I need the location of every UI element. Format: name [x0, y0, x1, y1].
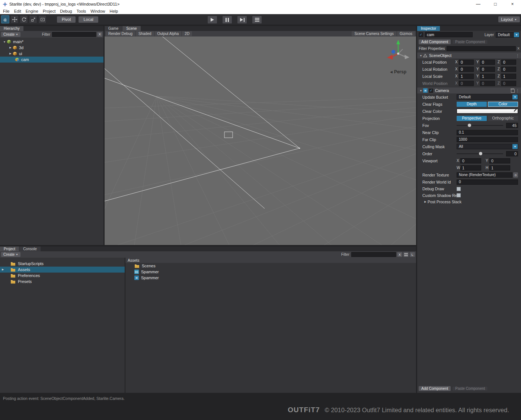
order-slider-thumb[interactable] — [479, 152, 482, 155]
render-world-id-field[interactable]: 0 — [457, 179, 518, 185]
viewport-x-field[interactable]: 0 — [460, 158, 481, 163]
order-value-field[interactable]: 0 — [506, 151, 518, 156]
expand-icon[interactable]: ▶ — [8, 52, 13, 55]
tab-project[interactable]: Project — [0, 246, 19, 251]
gizmos-button[interactable]: Gizmos — [397, 31, 415, 36]
scale-z-field[interactable]: 1 — [501, 74, 516, 79]
sceneobject-section-header[interactable]: ▼ SceneObject ⋮ — [417, 52, 521, 58]
delete-component-icon[interactable] — [511, 89, 514, 93]
object-enabled-checkbox[interactable]: ✓ — [419, 32, 423, 37]
render-texture-field[interactable]: None (RenderTexture) — [457, 172, 512, 178]
collapse-icon[interactable]: ▼ — [2, 41, 7, 43]
camera-section-header[interactable]: ▼ H ✓ Camera ⋮ — [417, 88, 521, 93]
tab-hierarchy[interactable]: Hierarchy — [0, 26, 23, 31]
scene-camera-settings-button[interactable]: Scene Camera Settings — [352, 31, 396, 36]
depth-button[interactable]: Depth — [457, 102, 487, 107]
menu-edit[interactable]: Edit — [12, 8, 23, 14]
fov-slider-thumb[interactable] — [468, 124, 471, 127]
position-z-field[interactable]: 0 — [501, 60, 516, 65]
tab-inspector[interactable]: Inspector — [417, 26, 440, 31]
render-texture-picker-button[interactable]: o — [513, 172, 518, 178]
play-menu-button[interactable] — [252, 16, 262, 24]
scale-x-field[interactable]: 1 — [459, 74, 474, 79]
tree-item-3d[interactable]: ▶ 3d — [0, 45, 103, 51]
near-clip-field[interactable]: 0.1 — [457, 130, 518, 135]
debug-draw-checkbox[interactable] — [457, 187, 461, 191]
asset-spammer-cc[interactable]: CC Spammer — [125, 269, 416, 275]
minimize-button[interactable]: — — [470, 0, 487, 8]
layer-dropdown[interactable]: Default ▼ — [496, 32, 520, 38]
project-filter-input[interactable] — [351, 252, 396, 257]
asset-spammer-h[interactable]: H Spammer — [125, 275, 416, 281]
shaded-button[interactable]: Shaded — [136, 31, 154, 36]
object-name-field[interactable]: cam — [425, 32, 473, 37]
fov-slider[interactable] — [457, 122, 503, 128]
pivot-button[interactable]: Pivot — [57, 16, 76, 23]
menu-debug[interactable]: Debug — [58, 8, 74, 14]
orientation-gizmo[interactable] — [383, 39, 413, 69]
layout-dropdown[interactable]: Layout ▼ — [498, 16, 520, 22]
pause-button[interactable] — [222, 16, 232, 24]
collapse-icon[interactable]: ▼ — [419, 54, 423, 57]
fov-value-field[interactable]: 45 — [506, 123, 518, 128]
custom-shadow-checkbox[interactable] — [457, 193, 461, 197]
rotate-tool-button[interactable] — [20, 15, 28, 23]
step-button[interactable] — [237, 16, 247, 24]
tab-console[interactable]: Console — [19, 246, 41, 251]
local-button[interactable]: Local — [79, 16, 98, 23]
add-component-button-bottom[interactable]: Add Component — [419, 386, 451, 391]
viewport-h-field[interactable]: 1 — [489, 165, 510, 171]
section-menu-icon[interactable]: ⋮ — [516, 89, 520, 93]
project-create-button[interactable]: Create ▼ — [1, 252, 20, 257]
2d-button[interactable]: 2D — [182, 31, 192, 36]
section-menu-icon[interactable]: ⋮ — [516, 54, 520, 58]
hierarchy-filter-clear-button[interactable]: X — [97, 32, 102, 37]
asset-scenes[interactable]: Scenes — [125, 263, 416, 269]
hierarchy-filter-input[interactable] — [52, 32, 96, 37]
expand-icon[interactable]: ▶ — [2, 268, 4, 271]
grid-view-button[interactable] — [403, 252, 409, 257]
maximize-button[interactable]: □ — [487, 0, 504, 8]
scale-y-field[interactable]: 1 — [480, 74, 495, 79]
rotation-x-field[interactable]: 0 — [459, 67, 474, 72]
rotation-y-field[interactable]: 0 — [480, 67, 495, 72]
menu-window[interactable]: Window — [88, 8, 107, 14]
position-y-field[interactable]: 0 — [480, 60, 495, 65]
add-component-button[interactable]: Add Component — [419, 39, 451, 44]
tree-item-cam[interactable]: cam — [0, 57, 103, 63]
folder-presets[interactable]: Presets — [0, 279, 125, 284]
tree-item-ui[interactable]: ▶ ui — [0, 51, 103, 57]
tree-item-main[interactable]: ▼ main* — [0, 39, 103, 45]
render-debug-button[interactable]: Render Debug — [106, 31, 135, 36]
menu-project[interactable]: Project — [41, 8, 58, 14]
paste-component-button-bottom[interactable]: Paste Component — [452, 386, 488, 391]
output-alpha-button[interactable]: Output Alpha — [155, 31, 182, 36]
list-view-button[interactable]: L — [410, 252, 415, 257]
menu-file[interactable]: File — [1, 8, 12, 14]
play-button[interactable] — [207, 16, 217, 24]
orthographic-button[interactable]: Orthographic — [488, 116, 518, 121]
hierarchy-create-button[interactable]: Create ▼ — [1, 32, 20, 37]
scale-tool-button[interactable] — [29, 15, 37, 23]
viewport-y-field[interactable]: 0 — [489, 158, 510, 163]
tab-scene[interactable]: Scene — [122, 26, 140, 31]
position-x-field[interactable]: 0 — [459, 60, 474, 65]
filter-properties-input[interactable] — [447, 46, 516, 51]
folder-startupscripts[interactable]: StartupScripts — [0, 261, 125, 267]
collapse-icon[interactable]: ▼ — [419, 89, 423, 92]
rotation-z-field[interactable]: 0 — [501, 67, 516, 72]
folder-preferences[interactable]: Preferences — [0, 273, 125, 279]
far-clip-field[interactable]: 1000 — [457, 137, 518, 142]
viewport-w-field[interactable]: 1 — [460, 165, 481, 171]
camera-enabled-checkbox[interactable]: ✓ — [429, 89, 433, 93]
menu-tools[interactable]: Tools — [74, 8, 89, 14]
close-button[interactable]: × — [504, 0, 521, 8]
tab-game[interactable]: Game — [105, 26, 122, 31]
order-slider[interactable] — [457, 151, 503, 156]
expand-icon[interactable]: ▶ — [8, 46, 13, 49]
paste-component-button[interactable]: Paste Component — [452, 39, 488, 44]
perspective-indicator[interactable]: ◀ Persp — [390, 69, 406, 74]
rect-tool-button[interactable] — [38, 15, 47, 23]
move-tool-button[interactable] — [10, 15, 19, 23]
menu-engine[interactable]: Engine — [23, 8, 41, 14]
